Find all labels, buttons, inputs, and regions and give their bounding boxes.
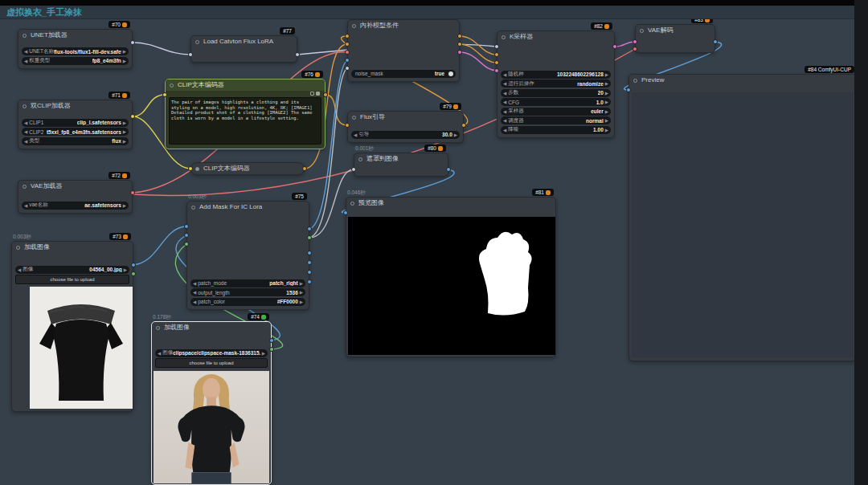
stepper-left-icon[interactable]: ◀	[193, 288, 196, 296]
edit-icon[interactable]	[310, 92, 314, 96]
widget-weight-dtype[interactable]: ◀权重类型fp8_e4m3fn▶	[22, 57, 129, 65]
node-header[interactable]: 内补模型条件	[348, 20, 459, 31]
widget-seed[interactable]: ◀随机种1032248602296128▶	[501, 71, 611, 79]
collapse-icon[interactable]	[350, 202, 354, 206]
node-lora-loader[interactable]: #77 Load Catvton Flux LoRA	[190, 35, 297, 63]
toggle-icon[interactable]	[448, 71, 453, 76]
stepper-left-icon[interactable]: ◀	[24, 57, 27, 65]
collapse-icon[interactable]	[23, 185, 27, 189]
stepper-right-icon[interactable]: ▶	[123, 202, 126, 210]
port-vae-out[interactable]	[130, 190, 135, 195]
widget-image-file[interactable]: ◀图像clipspace/clipspace-mask-1836315...▶	[155, 349, 268, 357]
port-image-in[interactable]	[343, 210, 348, 215]
stepper-left-icon[interactable]: ◀	[193, 279, 196, 287]
node-header[interactable]: VAE加载器	[18, 181, 132, 192]
port-model-in[interactable]	[188, 52, 193, 57]
node-load-image-garment[interactable]: 0.003秒 #73 加载图像 ◀图像04564_00.jpg▶ choose …	[11, 241, 133, 412]
port-vae-in[interactable]	[633, 47, 637, 51]
stepper-left-icon[interactable]: ◀	[503, 79, 506, 88]
port-positive-out[interactable]	[457, 34, 462, 39]
widget-clip-type[interactable]: ◀类型flux▶	[22, 137, 129, 145]
port-image-out[interactable]	[269, 338, 274, 343]
stepper-left-icon[interactable]: ◀	[503, 71, 506, 79]
node-vae-decode[interactable]: #83 VAE解码	[635, 24, 715, 53]
port-clip-in[interactable]	[188, 166, 193, 171]
stepper-right-icon[interactable]: ▶	[605, 98, 608, 106]
collapse-icon[interactable]	[358, 157, 362, 161]
port-latent-out[interactable]	[457, 50, 462, 55]
port-latent-in[interactable]	[494, 68, 499, 73]
port-positive-in[interactable]	[345, 34, 350, 39]
stepper-right-icon[interactable]: ▶	[124, 266, 127, 274]
port-image-out[interactable]	[131, 263, 136, 267]
stepper-left-icon[interactable]: ◀	[158, 349, 161, 357]
collapse-icon[interactable]	[23, 34, 27, 38]
node-header[interactable]: 预览图像	[346, 198, 555, 209]
port-mask-in[interactable]	[351, 167, 356, 172]
stepper-left-icon[interactable]: ◀	[24, 202, 27, 210]
port-model-out[interactable]	[130, 40, 135, 45]
widget-clip2[interactable]: ◀CLIP2t5xxl_fp8_e4m3fn.safetensors▶	[22, 128, 129, 136]
stepper-right-icon[interactable]: ▶	[300, 279, 303, 287]
node-add-mask-ic-lora[interactable]: 0.003秒 #75 Add Mask For IC Lora ◀patch_m…	[186, 201, 309, 310]
port-mask-out[interactable]	[269, 347, 274, 352]
widget-noise-mask-toggle[interactable]: noise_masktrue	[351, 70, 456, 78]
node-preview-cup[interactable]: #84 ComfyUI-CUP Preview	[628, 74, 857, 361]
port-extra-out[interactable]	[307, 251, 312, 255]
node-mask-to-image[interactable]: 0.001秒 #80 遮罩到图像	[354, 153, 448, 177]
widget-image-file[interactable]: ◀图像04564_00.jpg▶	[15, 266, 129, 274]
stepper-right-icon[interactable]: ▶	[605, 116, 608, 124]
widget-patch-color[interactable]: ◀patch_color#FF0000▶	[190, 298, 305, 306]
port-image-out[interactable]	[446, 167, 451, 172]
widget-clip1[interactable]: ◀CLIP1clip_l.safetensors▶	[22, 119, 129, 127]
stepper-right-icon[interactable]: ▶	[605, 126, 608, 134]
collapse-icon[interactable]	[352, 24, 356, 28]
port-image-in[interactable]	[184, 233, 189, 238]
node-header[interactable]: K采样器	[497, 31, 614, 43]
port-pixels-in[interactable]	[345, 58, 350, 63]
collapse-icon[interactable]	[23, 104, 27, 108]
collapse-icon[interactable]	[502, 35, 506, 39]
node-header[interactable]: Add Mask For IC Lora	[187, 202, 309, 213]
stepper-left-icon[interactable]: ◀	[24, 47, 27, 55]
port-image-out[interactable]	[713, 39, 718, 44]
port-conditioning-out[interactable]	[461, 123, 466, 128]
node-header[interactable]: CLIP文本编码器	[191, 163, 304, 174]
widget-patch-mode[interactable]: ◀patch_modepatch_right▶	[190, 279, 305, 287]
stepper-left-icon[interactable]: ◀	[503, 126, 506, 134]
port-positive-in[interactable]	[494, 52, 499, 57]
workflow-tab-bar[interactable]: 虚拟换衣_手工涂抹	[0, 6, 854, 19]
widget-output-length[interactable]: ◀output_length1536▶	[190, 288, 305, 296]
port-clip-out[interactable]	[130, 114, 135, 119]
node-graph-canvas[interactable]: 虚拟换衣_手工涂抹 #70 UNET加载器 ◀UNET名称flux-tools/…	[0, 0, 868, 485]
port-negative-in[interactable]	[494, 60, 499, 65]
widget-scheduler[interactable]: ◀调度器normal▶	[501, 116, 611, 124]
node-header[interactable]: 双CLIP加载器	[18, 100, 132, 112]
stepper-left-icon[interactable]: ◀	[503, 89, 506, 97]
stepper-right-icon[interactable]: ▶	[300, 298, 303, 306]
stepper-left-icon[interactable]: ◀	[18, 266, 21, 274]
collapse-icon[interactable]	[156, 326, 160, 330]
node-vae-loader[interactable]: #72 VAE加载器 ◀vae名称ae.safetensors▶	[18, 180, 133, 214]
widget-control-after-generate[interactable]: ◀运行后操作randomize▶	[501, 79, 611, 88]
port-image-out[interactable]	[307, 226, 312, 231]
port-model-out[interactable]	[295, 52, 300, 57]
node-clip-text-negative-collapsed[interactable]: CLIP文本编码器	[190, 162, 305, 175]
port-extra-out[interactable]	[307, 260, 312, 265]
port-negative-out[interactable]	[457, 42, 462, 47]
choose-file-button[interactable]: choose file to upload	[15, 275, 129, 284]
port-vae-in[interactable]	[345, 50, 350, 55]
textarea-controls[interactable]	[310, 92, 320, 96]
node-header[interactable]: UNET加载器	[18, 30, 132, 41]
widget-denoise[interactable]: ◀降噪1.00▶	[501, 126, 611, 134]
port-negative-in[interactable]	[345, 42, 350, 47]
stepper-right-icon[interactable]: ▶	[300, 288, 303, 296]
stepper-right-icon[interactable]: ▶	[454, 131, 457, 139]
choose-file-button[interactable]: choose file to upload	[155, 358, 268, 368]
node-clip-text-positive[interactable]: #76 CLIP文本编码器 The pair of images highlig…	[165, 79, 326, 149]
widget-unet-name[interactable]: ◀UNET名称flux-tools/flux1-fill-dev.safete.…	[22, 47, 129, 55]
stepper-left-icon[interactable]: ◀	[503, 108, 506, 116]
node-ksampler[interactable]: #82 K采样器 ◀随机种1032248602296128▶ ◀运行后操作ran…	[497, 31, 615, 138]
node-header[interactable]: 加载图像	[12, 242, 133, 253]
port-latent-out[interactable]	[612, 44, 617, 49]
